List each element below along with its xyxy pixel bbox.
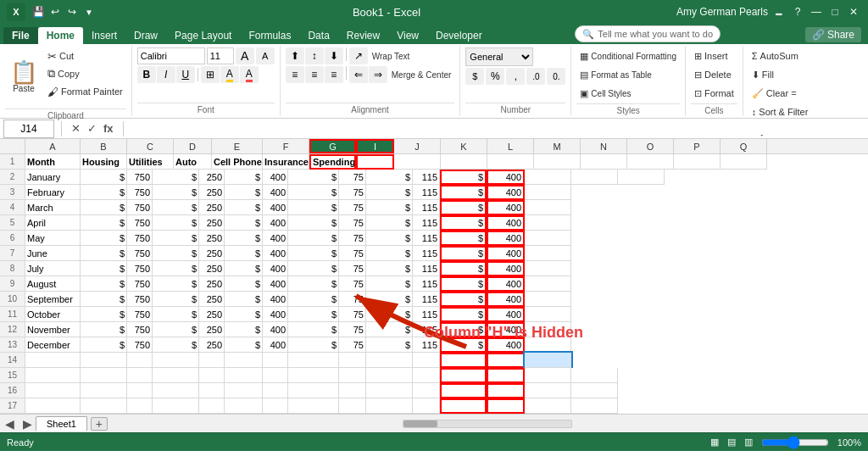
autosum-button[interactable]: Σ AutoSum	[748, 47, 802, 64]
cell-f5[interactable]: $	[366, 215, 413, 231]
col-header-d[interactable]: D	[174, 139, 212, 153]
cell-c12v[interactable]: 250	[199, 322, 225, 337]
tab-page-layout[interactable]: Page Layout	[166, 27, 240, 44]
horizontal-scroll[interactable]	[108, 420, 868, 428]
help-btn[interactable]: ?	[790, 4, 805, 19]
zoom-slider[interactable]	[761, 439, 829, 446]
cell-g2[interactable]: $	[440, 170, 487, 185]
cell-i10[interactable]: 400	[487, 292, 525, 307]
font-color-button[interactable]: A	[240, 66, 259, 83]
cell-e4v[interactable]: 75	[339, 200, 366, 215]
cell-e14v[interactable]	[339, 353, 366, 368]
col-header-k[interactable]: K	[441, 139, 487, 153]
paste-button[interactable]: 📋 Paste	[5, 47, 42, 107]
view-page-break-icon[interactable]: ▥	[744, 437, 753, 448]
cell-f10v[interactable]: 115	[413, 292, 440, 307]
cell-b3[interactable]: $	[81, 185, 127, 200]
cell-f13[interactable]: $	[366, 337, 413, 353]
align-center-btn[interactable]: ≡	[305, 66, 324, 83]
cell-b13[interactable]: $	[81, 337, 127, 353]
cell-d7v[interactable]: 400	[263, 246, 288, 261]
cell-a5[interactable]: April	[25, 215, 81, 231]
cell-e11v[interactable]: 75	[339, 307, 366, 322]
percent-btn[interactable]: %	[486, 68, 504, 85]
cell-d5[interactable]: $	[225, 215, 263, 231]
cell-l2[interactable]	[618, 170, 665, 185]
sort-filter-button[interactable]: ↕ Sort & Filter	[748, 103, 812, 120]
cell-b14v[interactable]	[127, 353, 153, 368]
cell-d8v[interactable]: 400	[263, 261, 288, 276]
align-middle-btn[interactable]: ↕	[305, 47, 324, 64]
cell-d3v[interactable]: 400	[263, 185, 288, 200]
cell-i6[interactable]: 400	[487, 231, 525, 246]
cell-b2v[interactable]: 750	[127, 170, 153, 185]
cell-e7[interactable]: $	[288, 246, 339, 261]
cell-b9v[interactable]: 750	[127, 276, 153, 292]
cell-d5v[interactable]: 400	[263, 215, 288, 231]
tell-me-box[interactable]: 🔍 Tell me what you want to do	[575, 25, 721, 42]
cell-e13[interactable]: $	[288, 337, 339, 353]
cell-d8[interactable]: $	[225, 261, 263, 276]
cell-b10[interactable]: $	[81, 292, 127, 307]
col-header-m[interactable]: M	[534, 139, 581, 153]
cell-i9[interactable]: 400	[487, 276, 525, 292]
cell-e9v[interactable]: 75	[339, 276, 366, 292]
cell-d1[interactable]: Auto	[174, 154, 212, 170]
cell-f10[interactable]: $	[366, 292, 413, 307]
fill-button[interactable]: ⬇ Fill	[748, 66, 777, 83]
cell-m1[interactable]	[534, 154, 581, 170]
cell-c5[interactable]: $	[153, 215, 199, 231]
cell-j4[interactable]	[525, 200, 571, 215]
cell-a9[interactable]: August	[25, 276, 81, 292]
cell-d12v[interactable]: 400	[263, 322, 288, 337]
cell-d3[interactable]: $	[225, 185, 263, 200]
cell-d9v[interactable]: 400	[263, 276, 288, 292]
cell-c12[interactable]: $	[153, 322, 199, 337]
cell-a4[interactable]: March	[25, 200, 81, 215]
increase-indent-btn[interactable]: ⇒	[369, 66, 387, 83]
cell-a7[interactable]: June	[25, 246, 81, 261]
cell-c2v[interactable]: 250	[199, 170, 225, 185]
cell-c9[interactable]: $	[153, 276, 199, 292]
cell-a13[interactable]: December	[25, 337, 81, 353]
cell-d2[interactable]: $	[225, 170, 263, 185]
cell-i3[interactable]: 400	[487, 185, 525, 200]
bold-button[interactable]: B	[137, 66, 156, 83]
cell-c5v[interactable]: 250	[199, 215, 225, 231]
tab-view[interactable]: View	[388, 27, 427, 44]
format-as-table-button[interactable]: ▤ Format as Table	[576, 66, 655, 83]
wrap-text-button[interactable]: Wrap Text	[369, 47, 414, 64]
col-header-n[interactable]: N	[581, 139, 627, 153]
cell-c3[interactable]: $	[153, 185, 199, 200]
cell-a6[interactable]: May	[25, 231, 81, 246]
cell-f8[interactable]: $	[366, 261, 413, 276]
cell-d9[interactable]: $	[225, 276, 263, 292]
font-name-input[interactable]	[137, 47, 205, 64]
customize-quick-access[interactable]: ▼	[81, 4, 97, 19]
cell-styles-button[interactable]: ▣ Cell Styles	[576, 85, 634, 102]
cell-e9[interactable]: $	[288, 276, 339, 292]
cell-a3[interactable]: February	[25, 185, 81, 200]
quick-access-toolbar[interactable]: 💾 ↩ ↪ ▼	[31, 4, 97, 19]
row-num-6[interactable]: 6	[0, 231, 25, 246]
cell-e6[interactable]: $	[288, 231, 339, 246]
row-num-7[interactable]: 7	[0, 246, 25, 261]
undo-btn[interactable]: ↩	[47, 4, 63, 19]
cell-a2[interactable]: January	[25, 170, 81, 185]
share-btn[interactable]: 🔗 Share	[805, 27, 861, 42]
cell-k2[interactable]	[571, 170, 618, 185]
cell-o1[interactable]	[627, 154, 674, 170]
copy-button[interactable]: ⧉ Copy	[44, 65, 126, 82]
cell-f4v[interactable]: 115	[413, 200, 440, 215]
cell-d14v[interactable]	[263, 353, 288, 368]
cell-d2v[interactable]: 400	[263, 170, 288, 185]
cell-d4[interactable]: $	[225, 200, 263, 215]
col-header-q[interactable]: Q	[721, 139, 767, 153]
tab-home[interactable]: Home	[38, 27, 83, 44]
cell-i4[interactable]: 400	[487, 200, 525, 215]
cell-i1[interactable]	[356, 154, 394, 170]
align-left-btn[interactable]: ≡	[286, 66, 304, 83]
name-box[interactable]	[3, 120, 54, 138]
cell-f9[interactable]: $	[366, 276, 413, 292]
cell-i7[interactable]: 400	[487, 246, 525, 261]
